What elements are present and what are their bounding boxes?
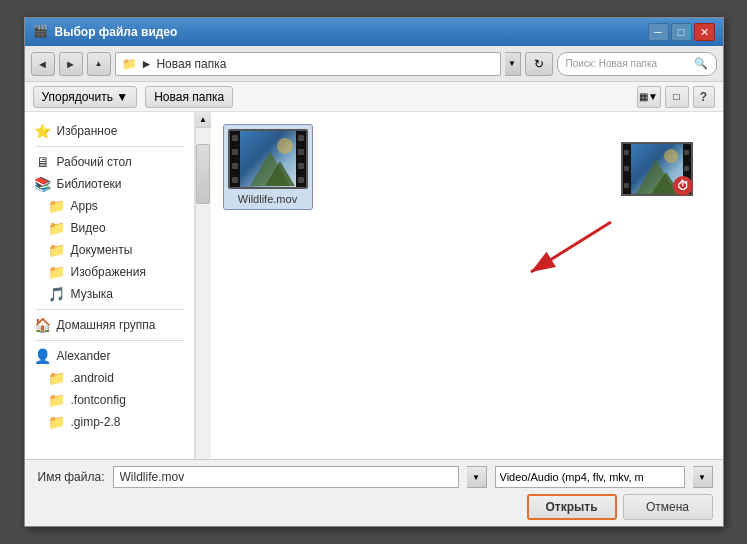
title-bar: 🎬 Выбор файла видео ─ □ ✕ [25,18,723,46]
file-name-label: Wildlife.mov [238,193,297,205]
fontconfig-icon: 📁 [49,392,65,408]
sidebar-apps-label: Apps [71,199,98,213]
sidebar-item-libraries[interactable]: 📚 Библиотеки [25,173,194,195]
file-item-wildlife[interactable]: Wildlife.mov [223,124,313,210]
help-button[interactable]: ? [693,86,715,108]
gimp-icon: 📁 [49,414,65,430]
organize-label: Упорядочить ▼ [42,90,129,104]
up-button[interactable]: ▲ [87,52,111,76]
action-toolbar: Упорядочить ▼ Новая папка ▦▼ □ ? [25,82,723,112]
address-bar[interactable]: 📁 ► Новая папка [115,52,501,76]
sidebar-homegroup-label: Домашняя группа [57,318,156,332]
sidebar-item-video[interactable]: 📁 Видео [25,217,194,239]
video-preview [240,131,296,187]
video-folder-icon: 📁 [49,220,65,236]
address-path: Новая папка [156,57,226,71]
small-film-hole [624,150,629,155]
sidebar-item-homegroup[interactable]: 🏠 Домашняя группа [25,314,194,336]
mountain-svg [240,131,300,189]
maximize-button[interactable]: □ [671,23,692,41]
filetype-input[interactable] [495,466,685,488]
film-hole [232,149,238,155]
back-button[interactable]: ◄ [31,52,55,76]
new-folder-button[interactable]: Новая папка [145,86,233,108]
sidebar-divider-2 [35,309,184,310]
view-controls: ▦▼ □ ? [637,86,715,108]
svg-point-7 [664,149,678,163]
small-film-hole [684,166,689,171]
sidebar-desktop-label: Рабочий стол [57,155,132,169]
scroll-thumb[interactable] [196,144,210,204]
sidebar-favorites-label: Избранное [57,124,118,138]
file-dialog: 🎬 Выбор файла видео ─ □ ✕ ◄ ► ▲ 📁 ► Нова… [24,17,724,527]
open-button[interactable]: Открыть [527,494,617,520]
docs-icon: 📁 [49,242,65,258]
preview-button[interactable]: □ [665,86,689,108]
minimize-button[interactable]: ─ [648,23,669,41]
svg-line-4 [531,222,611,272]
sidebar-item-favorites[interactable]: ⭐ Избранное [25,120,194,142]
user-icon: 👤 [35,348,51,364]
close-button[interactable]: ✕ [694,23,715,41]
dialog-title: Выбор файла видео [55,25,648,39]
small-film-hole [684,150,689,155]
small-thumbnail-container: ⏱ [621,142,693,196]
open-label: Открыть [545,500,597,514]
dialog-icon: 🎬 [33,24,49,40]
small-film-hole [624,166,629,171]
organize-button[interactable]: Упорядочить ▼ [33,86,138,108]
filename-input[interactable] [113,466,459,488]
film-strip-left [230,131,240,187]
filename-dropdown-button[interactable]: ▼ [467,466,487,488]
small-film-left [623,144,631,194]
view-mode-button[interactable]: ▦▼ [637,86,661,108]
navigation-toolbar: ◄ ► ▲ 📁 ► Новая папка ▼ ↻ Поиск: Новая п… [25,46,723,82]
scroll-up-button[interactable]: ▲ [195,112,211,128]
sidebar-gimp-label: .gimp-2.8 [71,415,121,429]
filetype-dropdown-button[interactable]: ▼ [693,466,713,488]
folder-icon: 📁 [122,57,137,71]
filename-row: Имя файла: ▼ ▼ [35,466,713,488]
film-hole [298,177,304,183]
sidebar-divider-3 [35,340,184,341]
music-icon: 🎵 [49,286,65,302]
small-film-hole [624,183,629,188]
sidebar-scrollbar[interactable]: ▲ [195,112,211,459]
forward-button[interactable]: ► [59,52,83,76]
star-icon: ⭐ [35,123,51,139]
sidebar-item-desktop[interactable]: 🖥 Рабочий стол [25,151,194,173]
favorites-section: ⭐ Избранное [25,120,194,142]
sidebar-item-fontconfig[interactable]: 📁 .fontconfig [25,389,194,411]
android-folder-icon: 📁 [49,370,65,386]
sidebar-fontconfig-label: .fontconfig [71,393,126,407]
sidebar-item-android[interactable]: 📁 .android [25,367,194,389]
sidebar-video-label: Видео [71,221,106,235]
dialog-buttons: Открыть Отмена [35,494,713,520]
sidebar-item-gimp[interactable]: 📁 .gimp-2.8 [25,411,194,433]
arrow-annotation [501,212,621,295]
sidebar-docs-label: Документы [71,243,133,257]
search-icon: 🔍 [694,57,708,70]
sidebar-item-user[interactable]: 👤 Alexander [25,345,194,367]
sidebar-item-apps[interactable]: 📁 Apps [25,195,194,217]
cancel-label: Отмена [646,500,689,514]
refresh-button[interactable]: ↻ [525,52,553,76]
bottom-area: Имя файла: ▼ ▼ Открыть Отмена [25,459,723,526]
sidebar-item-images[interactable]: 📁 Изображения [25,261,194,283]
sidebar: ⭐ Избранное 🖥 Рабочий стол 📚 Библиотеки … [25,112,195,459]
apps-icon: 📁 [49,198,65,214]
cancel-button[interactable]: Отмена [623,494,713,520]
film-hole [298,135,304,141]
content-area: Wildlife.mov [211,112,723,459]
sidebar-item-music[interactable]: 🎵 Музыка [25,283,194,305]
sidebar-item-docs[interactable]: 📁 Документы [25,239,194,261]
window-controls: ─ □ ✕ [648,23,715,41]
sidebar-divider-1 [35,146,184,147]
sidebar-android-label: .android [71,371,114,385]
red-dot-badge: ⏱ [673,176,693,196]
sidebar-images-label: Изображения [71,265,146,279]
address-dropdown-button[interactable]: ▼ [505,52,521,76]
main-area: ⭐ Избранное 🖥 Рабочий стол 📚 Библиотеки … [25,112,723,459]
sidebar-libraries-label: Библиотеки [57,177,122,191]
search-box[interactable]: Поиск: Новая папка 🔍 [557,52,717,76]
